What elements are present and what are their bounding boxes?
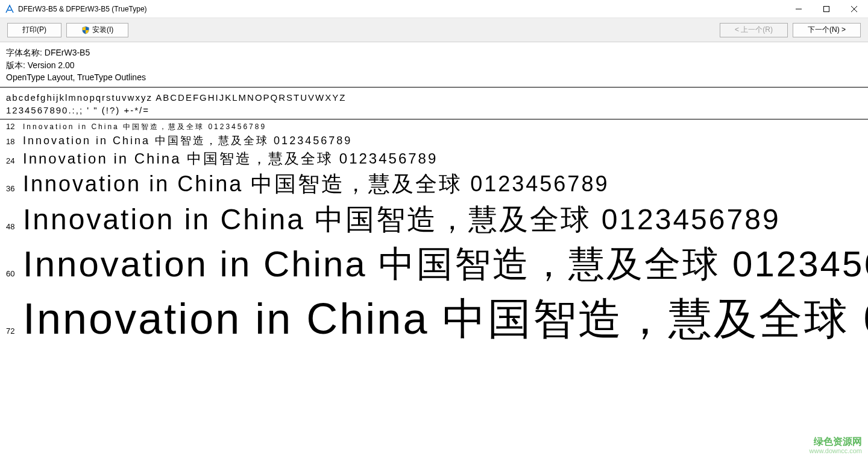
charset-preview: abcdefghijklmnopqrstuvwxyz ABCDEFGHIJKLM…	[0, 87, 868, 119]
sample-text: Innovation in China 中国智造，慧及全球 0123456789	[23, 133, 352, 148]
charset-numbers-symbols: 1234567890.:,; ' " (!?) +-*/=	[6, 104, 862, 116]
sample-size-label: 18	[6, 137, 23, 146]
sample-row-60: 60Innovation in China 中国智造，慧及全球 01234567…	[6, 240, 862, 289]
minimize-button[interactable]	[785, 0, 813, 17]
sample-size-label: 48	[6, 222, 23, 231]
font-layout: OpenType Layout, TrueType Outlines	[6, 72, 862, 84]
prev-button[interactable]: < 上一个(R)	[720, 23, 788, 37]
sample-size-label: 72	[6, 326, 23, 336]
sample-text: Innovation in China 中国智造，慧及全球 0123456789	[23, 200, 781, 239]
font-name: 字体名称: DFErW3-B5	[6, 47, 862, 59]
close-button[interactable]	[840, 0, 868, 17]
font-info: 字体名称: DFErW3-B5 版本: Version 2.00 OpenTyp…	[0, 42, 868, 87]
sample-row-12: 12Innovation in China 中国智造，慧及全球 01234567…	[6, 122, 862, 132]
sample-row-24: 24Innovation in China 中国智造，慧及全球 01234567…	[6, 149, 862, 168]
sample-text: Innovation in China 中国智造，慧及全球 0123456789	[23, 290, 868, 348]
sample-text: Innovation in China 中国智造，慧及全球 0123456789	[23, 149, 438, 168]
sample-size-label: 60	[6, 269, 23, 278]
watermark: 绿色资源网 www.downcc.com	[810, 436, 862, 454]
sample-text: Innovation in China 中国智造，慧及全球 0123456789	[23, 170, 609, 199]
install-button[interactable]: 安装(I)	[66, 23, 128, 37]
shield-icon	[81, 26, 90, 34]
sample-size-label: 24	[6, 156, 23, 165]
sample-row-18: 18Innovation in China 中国智造，慧及全球 01234567…	[6, 133, 862, 148]
next-label: 下一个(N) >	[808, 25, 846, 35]
print-button[interactable]: 打印(P)	[7, 23, 61, 37]
sample-row-48: 48Innovation in China 中国智造，慧及全球 01234567…	[6, 200, 862, 239]
sample-size-label: 12	[6, 122, 23, 131]
charset-lowercase-uppercase: abcdefghijklmnopqrstuvwxyz ABCDEFGHIJKLM…	[6, 91, 862, 104]
app-icon	[5, 4, 14, 14]
maximize-button[interactable]	[813, 0, 840, 17]
window-controls	[785, 0, 868, 17]
install-label: 安装(I)	[92, 25, 113, 35]
next-button[interactable]: 下一个(N) >	[793, 23, 861, 37]
sample-row-36: 36Innovation in China 中国智造，慧及全球 01234567…	[6, 170, 862, 199]
watermark-text: 绿色资源网	[810, 436, 862, 447]
sample-row-72: 72Innovation in China 中国智造，慧及全球 01234567…	[6, 290, 862, 348]
sample-size-label: 36	[6, 184, 23, 193]
svg-rect-1	[824, 6, 829, 11]
prev-label: < 上一个(R)	[735, 25, 773, 35]
watermark-url: www.downcc.com	[810, 447, 862, 454]
window-title: DFErW3-B5 & DFPErW3-B5 (TrueType)	[18, 5, 785, 13]
sample-text: Innovation in China 中国智造，慧及全球 0123456789	[23, 122, 266, 132]
font-version: 版本: Version 2.00	[6, 60, 862, 72]
titlebar: DFErW3-B5 & DFPErW3-B5 (TrueType)	[0, 0, 868, 18]
print-label: 打印(P)	[22, 25, 46, 35]
toolbar: 打印(P) 安装(I) < 上一个(R) 下一个(N) >	[0, 18, 868, 42]
sample-text: Innovation in China 中国智造，慧及全球 0123456789	[23, 240, 868, 289]
font-samples: 12Innovation in China 中国智造，慧及全球 01234567…	[0, 119, 868, 352]
